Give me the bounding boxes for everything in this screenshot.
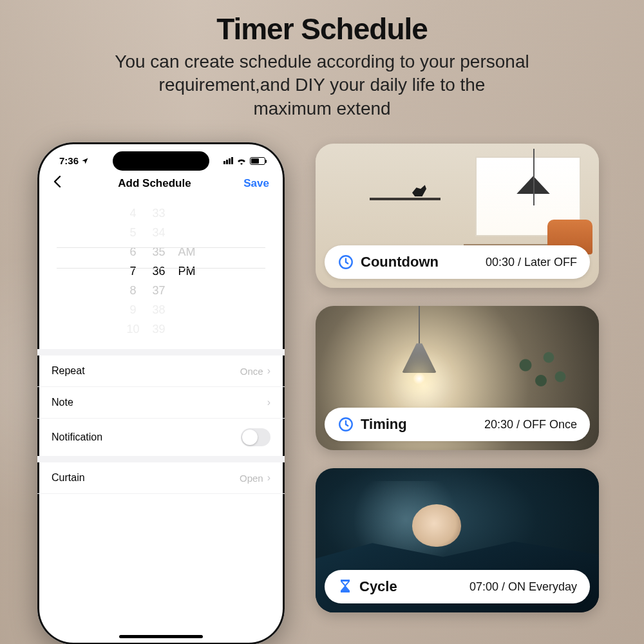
note-label: Note bbox=[52, 397, 73, 408]
notification-toggle[interactable] bbox=[241, 428, 270, 446]
chevron-right-icon: › bbox=[267, 472, 270, 484]
subtitle-line: requirement,and DIY your daily life to t… bbox=[159, 75, 486, 95]
notification-label: Notification bbox=[52, 431, 102, 443]
hourglass-icon bbox=[337, 578, 353, 595]
curtain-label: Curtain bbox=[52, 472, 85, 484]
phone-mockup: 7:36 Add Schedule Save 4 5 6 7 8 bbox=[37, 142, 285, 644]
chevron-left-icon bbox=[53, 175, 62, 188]
picker-hours[interactable]: 4 5 6 7 8 9 10 bbox=[126, 204, 139, 339]
wifi-icon bbox=[236, 157, 247, 165]
subtitle-line: maximum extend bbox=[253, 99, 390, 118]
cycle-pill: Cycle 07:00 / ON Everyday bbox=[325, 570, 590, 603]
note-row[interactable]: Note › bbox=[37, 387, 285, 419]
chevron-right-icon: › bbox=[267, 365, 270, 377]
back-button[interactable] bbox=[53, 175, 79, 192]
card-name: Countdown bbox=[361, 254, 439, 270]
countdown-pill: Countdown 00:30 / Later OFF bbox=[325, 245, 590, 279]
cycle-card: Cycle 07:00 / ON Everyday bbox=[316, 468, 599, 612]
countdown-card: Countdown 00:30 / Later OFF bbox=[316, 144, 599, 288]
card-detail: 20:30 / OFF Once bbox=[484, 418, 577, 431]
phone-notch bbox=[113, 151, 209, 171]
timing-card: Timing 20:30 / OFF Once bbox=[316, 306, 599, 450]
picker-ampm[interactable]: AM PM bbox=[178, 204, 196, 339]
nav-title: Add Schedule bbox=[118, 177, 191, 190]
nav-bar: Add Schedule Save bbox=[37, 166, 285, 198]
save-button[interactable]: Save bbox=[231, 177, 269, 190]
curtain-row[interactable]: Curtain Open› bbox=[37, 462, 285, 494]
card-detail: 00:30 / Later OFF bbox=[486, 256, 577, 269]
repeat-label: Repeat bbox=[52, 365, 85, 377]
notification-row: Notification bbox=[37, 419, 285, 456]
cellular-icon bbox=[223, 157, 233, 164]
location-icon bbox=[81, 157, 89, 165]
chevron-right-icon: › bbox=[267, 397, 270, 408]
status-time: 7:36 bbox=[59, 155, 79, 166]
repeat-value: Once bbox=[240, 366, 263, 377]
page-subtitle: You can create schedule according to you… bbox=[0, 50, 644, 120]
clock-icon bbox=[337, 254, 354, 270]
home-indicator bbox=[119, 635, 203, 638]
card-name: Timing bbox=[361, 416, 407, 433]
curtain-value: Open bbox=[240, 473, 263, 484]
picker-minutes[interactable]: 33 34 35 36 37 38 39 bbox=[153, 204, 166, 339]
repeat-row[interactable]: Repeat Once› bbox=[37, 355, 285, 387]
timing-pill: Timing 20:30 / OFF Once bbox=[325, 408, 590, 441]
card-name: Cycle bbox=[359, 578, 397, 595]
time-picker[interactable]: 4 5 6 7 8 9 10 33 34 35 36 37 38 39 AM P… bbox=[37, 198, 285, 349]
page-title: Timer Schedule bbox=[0, 12, 644, 46]
subtitle-line: You can create schedule according to you… bbox=[115, 52, 529, 71]
card-detail: 07:00 / ON Everyday bbox=[469, 580, 577, 594]
battery-icon bbox=[250, 157, 265, 165]
clock-icon bbox=[337, 416, 354, 433]
